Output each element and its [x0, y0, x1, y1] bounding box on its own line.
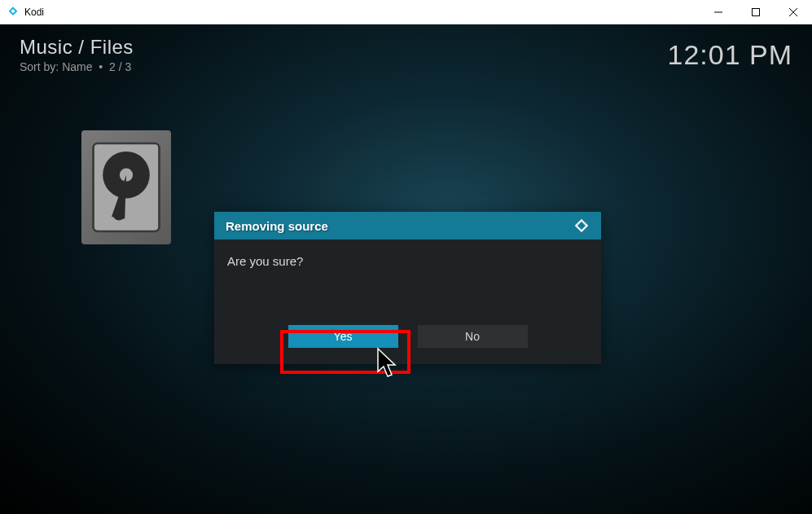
confirm-dialog: Removing source Are you sure? Yes No [214, 212, 601, 364]
window-controls [700, 0, 812, 24]
dialog-title: Removing source [226, 219, 328, 233]
yes-button[interactable]: Yes [288, 325, 398, 348]
kodi-icon [7, 6, 20, 19]
header-area: Music / Files Sort by: Name • 2 / 3 [20, 36, 134, 73]
minimize-button[interactable] [700, 0, 737, 24]
no-button[interactable]: No [418, 325, 528, 348]
breadcrumb: Music / Files [20, 36, 134, 59]
clock: 12:01 PM [667, 39, 792, 71]
dialog-header: Removing source [214, 212, 601, 239]
window-title: Kodi [24, 7, 700, 18]
close-button[interactable] [775, 0, 812, 24]
svg-point-7 [113, 209, 125, 220]
kodi-logo-icon [573, 217, 590, 234]
svg-rect-1 [753, 8, 760, 15]
maximize-button[interactable] [737, 0, 775, 24]
dialog-body: Are you sure? [214, 239, 601, 325]
page-indicator: 2 / 3 [109, 60, 131, 73]
sort-line: Sort by: Name • 2 / 3 [20, 60, 134, 73]
dialog-buttons: Yes No [214, 325, 601, 364]
hard-drive-icon [81, 130, 171, 244]
window-titlebar: Kodi [0, 0, 812, 24]
sort-separator: • [95, 60, 109, 73]
dialog-message: Are you sure? [227, 254, 588, 268]
svg-point-6 [120, 169, 133, 182]
sort-label: Sort by: Name [20, 60, 92, 73]
app-content: Music / Files Sort by: Name • 2 / 3 12:0… [0, 24, 812, 514]
